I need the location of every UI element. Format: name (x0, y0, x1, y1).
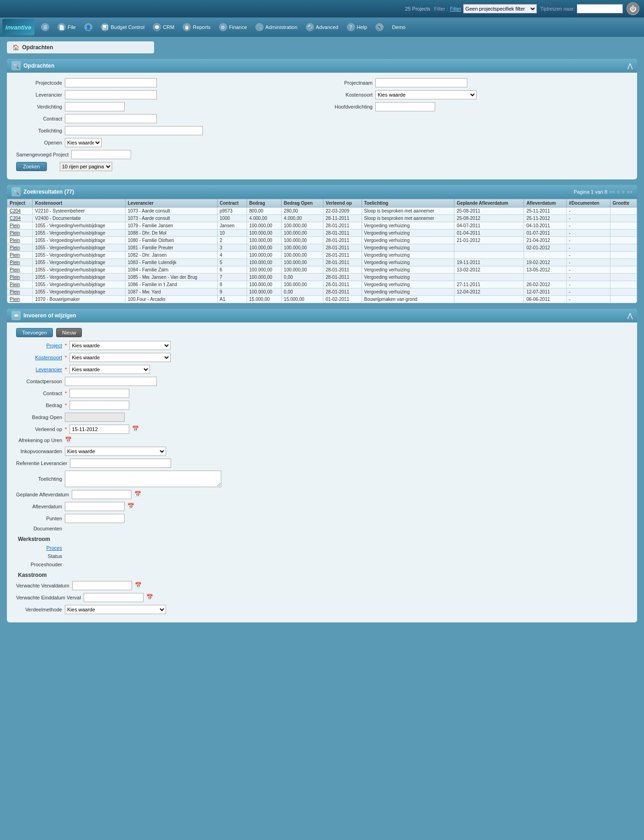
input-contactpersoon-input[interactable] (65, 377, 157, 386)
table-cell-project[interactable]: Plein (7, 281, 33, 288)
input-leverancier-select[interactable]: Kies waarde (69, 365, 150, 374)
user-nav-item[interactable]: 👤 (80, 21, 96, 33)
table-cell-project[interactable]: Plein (7, 252, 33, 259)
reports-label: Reports (193, 24, 211, 30)
advanced-nav-item[interactable]: 🔩 Advanced (302, 21, 342, 33)
verleend-calendar-icon[interactable]: 📅 (132, 426, 139, 433)
input-kostensoort-label: Kostensoort (16, 355, 62, 360)
form-row-4: Contract (16, 114, 628, 123)
search-panel-title: 🔍 Opdrachten (12, 61, 54, 70)
reports-nav-item[interactable]: 📋 Reports (179, 21, 214, 33)
table-cell-documenten: - (566, 259, 610, 266)
input-row-toelichting: Toelichting (16, 471, 628, 487)
input-verleend-input[interactable] (69, 425, 129, 434)
admin-nav-item[interactable]: 🔧 Administration (252, 21, 301, 33)
input-geplande-input[interactable] (72, 490, 132, 499)
projectnaam-input[interactable] (375, 78, 467, 87)
table-cell-project[interactable]: Plein (7, 237, 33, 244)
table-cell-verleend_op: 28-11-2011 (323, 215, 362, 222)
table-cell-afleverdatum: 26-02-2012 (524, 281, 566, 288)
file-nav-item[interactable]: 📄 File (54, 21, 80, 33)
openen-select[interactable]: Kies waarde (65, 138, 102, 147)
page-content: 🏠 Opdrachten 🔍 Opdrachten ⋀ Projectcode … (0, 37, 644, 627)
filter-link[interactable]: Filter (450, 6, 461, 12)
input-kostensoort-select[interactable]: Kies waarde (69, 353, 171, 362)
toelichting-input[interactable] (65, 126, 203, 135)
next-page-btn[interactable]: > (622, 189, 625, 195)
filter-select[interactable]: Geen projectspecifiek filter (463, 4, 537, 13)
input-inkoop-select[interactable]: Kies waarde (65, 447, 166, 456)
samengevoegd-input[interactable] (71, 150, 131, 159)
hoofdverdichting-input[interactable] (375, 102, 435, 111)
table-cell-project[interactable]: Plein (7, 222, 33, 230)
crm-nav-item[interactable]: 💬 CRM (149, 21, 178, 33)
zoeken-button[interactable]: Zoeken (16, 162, 47, 171)
afrekening-calendar-icon[interactable]: 📅 (65, 437, 72, 444)
table-cell-geplande_aflever: 25-08-2011 (454, 207, 524, 215)
kostensoort-group: Kostensoort Kies waarde (327, 90, 628, 99)
table-cell-project[interactable]: C204 (7, 207, 33, 215)
input-ref-leverancier-input[interactable] (70, 459, 171, 468)
leverancier-input[interactable] (65, 90, 157, 99)
budget-nav-item[interactable]: 📊 Budget Control (97, 21, 148, 33)
table-cell-verleend_op: 28-01-2011 (323, 274, 362, 281)
kasstroom-verval-input[interactable] (72, 581, 132, 590)
kasstroom-verval-calendar-icon[interactable]: 📅 (135, 582, 142, 589)
projectcode-input[interactable] (65, 78, 157, 87)
kasstroom-eind-calendar-icon[interactable]: 📅 (146, 594, 154, 601)
table-cell-geplande_aflever (454, 244, 524, 252)
table-cell-project[interactable]: Plein (7, 266, 33, 274)
table-cell-leverancier: 1073 - Aarde consult (125, 207, 217, 215)
table-cell-project[interactable]: Plein (7, 244, 33, 252)
input-toelichting-textarea[interactable] (65, 471, 221, 487)
table-cell-project[interactable]: C204 (7, 215, 33, 222)
input-row-bedrag-open: Bedrag Open (16, 413, 628, 422)
contract-input[interactable] (65, 114, 157, 123)
last-page-btn[interactable]: >> (627, 189, 632, 195)
input-bedrag-open-input[interactable] (65, 413, 125, 422)
input-afleverdatum-input[interactable] (65, 502, 125, 511)
input-contract-input[interactable] (69, 389, 129, 398)
input-project-select[interactable]: Kies waarde (69, 341, 171, 350)
col-verleend-op: Verleend op (323, 199, 362, 207)
home-icon: 🏠 (12, 44, 19, 51)
menu-nav-item[interactable]: ☰ (37, 21, 53, 33)
finance-nav-item[interactable]: ⚙ Finance (215, 21, 251, 33)
nieuw-button[interactable]: Nieuw (56, 328, 82, 337)
filter-label: Filter : (434, 6, 448, 12)
table-row: C204V2210 - Systeembeheer1073 - Aarde co… (7, 207, 637, 215)
input-bedrag-input[interactable] (69, 401, 129, 410)
input-punten-input[interactable] (65, 514, 125, 523)
toevoegen-button[interactable]: Toevoegen (16, 328, 53, 337)
afleverdatum-calendar-icon[interactable]: 📅 (127, 503, 135, 510)
table-row: Plein1070 - Bouwrijpmaker100.Four - Arca… (7, 296, 637, 303)
sound-nav-item[interactable]: 🔊 (372, 21, 387, 33)
project-required: * (65, 343, 67, 348)
help-nav-item[interactable]: ? Help (343, 21, 371, 33)
leverancier-group: Leverancier (16, 90, 317, 99)
results-panel: 🔍 Zoekresultaten (77) Pagina 1 van 8 << … (7, 185, 637, 303)
verdichting-input[interactable] (65, 102, 125, 111)
table-cell-afleverdatum: 06-06-2011 (524, 296, 566, 303)
table-cell-project[interactable]: Plein (7, 288, 33, 296)
input-row-project: Project * Kies waarde (16, 341, 628, 350)
table-cell-project[interactable]: Plein (7, 296, 33, 303)
table-cell-project[interactable]: Plein (7, 274, 33, 281)
tijdreizen-input[interactable] (577, 4, 623, 13)
prev-page-btn[interactable]: < (617, 189, 620, 195)
rows-per-page-select[interactable]: 10 rijen per pagina 25 rijen per pagina … (60, 162, 112, 171)
first-page-btn[interactable]: << (609, 189, 615, 195)
table-cell-project[interactable]: Plein (7, 259, 33, 266)
power-button[interactable]: ⏻ (627, 2, 639, 15)
kasstroom-eind-input[interactable] (84, 593, 144, 602)
search-panel-collapse[interactable]: ⋀ (627, 62, 632, 69)
input-inkoop-group: Inkopvoorwaarden Kies waarde (16, 447, 628, 456)
table-cell-leverancier: 1088 - Dhr. De Mol (125, 230, 217, 237)
kostensoort-select[interactable]: Kies waarde (375, 90, 477, 99)
geplande-calendar-icon[interactable]: 📅 (134, 491, 142, 498)
demo-nav-item[interactable]: Demo (388, 23, 409, 32)
table-cell-geplande_aflever: 04-07-2011 (454, 222, 524, 230)
kasstroom-verdeel-select[interactable]: Kies waarde (65, 605, 166, 614)
table-cell-project[interactable]: Plein (7, 230, 33, 237)
input-panel-collapse[interactable]: ⋀ (627, 312, 632, 319)
